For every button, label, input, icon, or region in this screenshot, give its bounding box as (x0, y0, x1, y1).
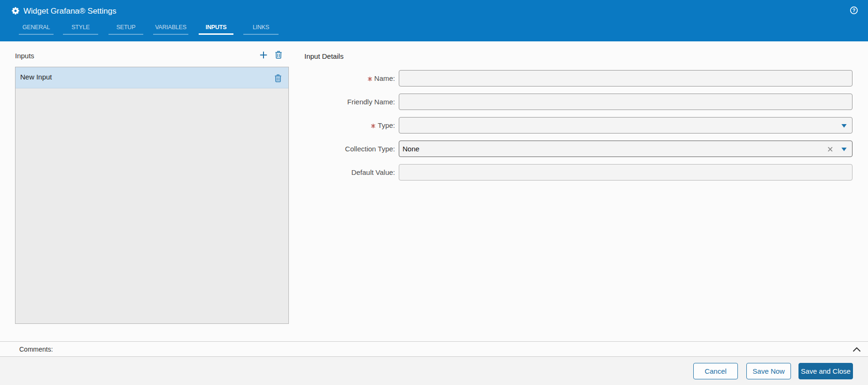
svg-text:?: ? (852, 8, 855, 13)
